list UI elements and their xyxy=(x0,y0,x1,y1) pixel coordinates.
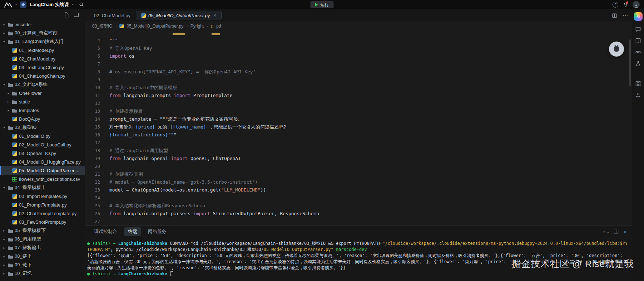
collaborator-avatar[interactable] xyxy=(609,42,624,57)
docs-icon[interactable] xyxy=(635,38,641,44)
file-tree-item[interactable]: ▸ templates xyxy=(0,106,85,115)
file-tree-item[interactable]: 04_ChatLongChain.py xyxy=(0,72,85,80)
code-line[interactable]: 20 xyxy=(85,163,632,170)
twisty-icon: ▸ xyxy=(2,272,6,275)
file-tree-item[interactable]: ▸ static xyxy=(0,97,85,106)
code-line[interactable]: 18# 通过LangChain调用模型 xyxy=(85,147,632,155)
file-tree-item[interactable]: 03_OpenAI_IO.py xyxy=(0,149,85,158)
terminal[interactable]: ● (shims) → LangChain-shizhanke COMMAND=… xyxy=(85,238,632,281)
file-tree-item[interactable]: 02_ModelIO_LoopCall.py xyxy=(0,140,85,149)
code-line[interactable]: 27 xyxy=(85,218,632,225)
new-terminal-button[interactable]: + ▾ xyxy=(603,228,609,235)
file-tree-item[interactable]: ▾ 04_提示模板上 xyxy=(0,183,85,192)
file-tree-item[interactable]: 05_ModelIO_OutputParser.... xyxy=(0,166,85,175)
chevron-down-icon[interactable]: ▾ xyxy=(72,3,74,6)
file-tree-item[interactable]: ▸ 06_调用模型 xyxy=(0,235,85,243)
file-tree-item[interactable]: 02_ChatModel.py xyxy=(0,54,85,63)
search-icon[interactable] xyxy=(79,2,84,7)
file-tree-item[interactable]: 01_ModelIO.py xyxy=(0,132,85,140)
code-line[interactable]: 15对于售价为 {price} 元的 {flower_name} ，您能提供一个… xyxy=(85,123,632,131)
test-flask-icon[interactable] xyxy=(635,60,641,67)
code-line[interactable]: 8# os.environ["OPENAI_API_KEY"] = '你的Ope… xyxy=(85,68,632,76)
code-line[interactable]: 6import os xyxy=(85,52,632,60)
apps-grid-icon[interactable] xyxy=(635,81,641,87)
file-name: 02_文档QA系统 xyxy=(15,81,48,88)
file-tree-item[interactable]: ▾ 01_LangChain快速入门 xyxy=(0,37,85,46)
file-tree-item[interactable]: ▾ 03_模型IO xyxy=(0,123,85,132)
panel-tab-debug-console[interactable]: 调试控制台 xyxy=(90,227,121,236)
editor-tab-chatmodel[interactable]: 02_ChatModel.py xyxy=(89,11,136,20)
file-tree-item[interactable]: ▾ 02_文档QA系统 xyxy=(0,80,85,89)
breadcrumb-file[interactable]: 05_ModelIO_OutputParser.py xyxy=(127,24,183,29)
notifications-bell-icon[interactable] xyxy=(623,2,628,8)
code-line[interactable]: 22# model = OpenAI(model_name='gpt-3.5-t… xyxy=(85,178,632,186)
file-tree-item[interactable]: ▸ .vscode xyxy=(0,20,85,29)
app-logo-icon[interactable] xyxy=(4,2,12,8)
new-file-icon[interactable] xyxy=(64,12,69,18)
file-tree-item[interactable]: ▸ 10_记忆 xyxy=(0,269,85,278)
code-line[interactable]: 23model = ChatOpenAI(model=os.environ.ge… xyxy=(85,186,632,194)
comments-icon[interactable] xyxy=(635,26,641,32)
code-line[interactable]: 17 xyxy=(85,139,632,147)
file-tree-item[interactable]: 02_ChatPromptTemplate.py xyxy=(0,209,85,218)
file-tree-item[interactable]: 03_FewShotPrompt.py xyxy=(0,218,85,226)
code-line[interactable]: 10# 导入LangChain中的提示模板 xyxy=(85,84,632,92)
file-tree-item[interactable]: flowers_with_descriptions.csv xyxy=(0,175,85,183)
file-tree-item[interactable]: 00_ImportTemplates.py xyxy=(0,192,85,200)
help-icon[interactable]: ? xyxy=(613,2,618,8)
preview-eye-icon[interactable] xyxy=(635,49,641,55)
code-line[interactable]: 4""" xyxy=(85,37,632,44)
file-tree-item[interactable]: ▸ 00_开篇词_奇点时刻 xyxy=(0,29,85,37)
twisty-icon: ▸ xyxy=(2,238,6,241)
workspace-title[interactable]: LangChain 实战课 xyxy=(30,1,69,8)
code-line[interactable]: 21# 创建模型实例 xyxy=(85,170,632,178)
close-icon[interactable]: × xyxy=(213,13,216,18)
panel-tab-network[interactable]: 网络服务 xyxy=(144,227,170,236)
split-editor-icon[interactable] xyxy=(612,13,617,18)
file-tree-item[interactable]: ▸ 05_提示模板下 xyxy=(0,226,85,235)
account-icon[interactable] xyxy=(635,92,641,98)
file-tree-item[interactable]: 01_PromptTemplate.py xyxy=(0,200,85,209)
code-line[interactable]: 26from langchain.output_parsers import S… xyxy=(85,210,632,218)
code-line[interactable]: 19from langchain_openai import OpenAI, C… xyxy=(85,155,632,163)
breadcrumb-language-server[interactable]: Pyright xyxy=(190,24,204,29)
file-tree-item[interactable]: ▸ 09_链下 xyxy=(0,261,85,269)
close-panel-icon[interactable]: × xyxy=(624,229,627,235)
breadcrumb-folder[interactable]: 03_模型IO xyxy=(92,23,113,29)
file-tree-item[interactable]: ▸ OneFlower xyxy=(0,89,85,97)
editor-scrollbar[interactable] xyxy=(629,39,631,86)
file-tree-item[interactable]: ▸ 08_链上 xyxy=(0,252,85,261)
chevron-down-icon[interactable]: ▾ xyxy=(15,3,17,6)
code-line[interactable]: 7 xyxy=(85,60,632,68)
code-line[interactable]: 16{format_instructions}""" xyxy=(85,131,632,139)
code-line[interactable]: 9 xyxy=(85,76,632,84)
python-file-icon xyxy=(119,24,124,28)
code-line[interactable]: 12 xyxy=(85,100,632,107)
code-line[interactable]: 24 xyxy=(85,194,632,202)
code-line[interactable]: 11from langchain.prompts import PromptTe… xyxy=(85,92,632,100)
editor-tab-outputparser[interactable]: 05_ModelIO_OutputParser.py × xyxy=(136,11,222,20)
file-name: static xyxy=(19,99,30,105)
ai-assistant-icon[interactable]: AI xyxy=(634,12,643,21)
file-tree-item[interactable]: DocQA.py xyxy=(0,115,85,123)
editor-tab-bar: 02_ChatModel.py 05_ModelIO_OutputParser.… xyxy=(85,9,632,21)
code-line[interactable]: 5# 导入OpenAI Key xyxy=(85,44,632,52)
run-button[interactable]: 运行 xyxy=(311,1,334,8)
more-actions-icon[interactable]: ⋯ xyxy=(623,12,628,19)
code-line[interactable]: 13# 创建提示模板 xyxy=(85,107,632,115)
open-panel-icon[interactable] xyxy=(74,12,79,18)
breadcrumb-symbol[interactable]: pd xyxy=(216,24,221,29)
code-line[interactable]: 25# 导入结构化输出解析器和ResponseSchema xyxy=(85,202,632,210)
code-editor[interactable]: 4"""5# 导入OpenAI Key6import os78# os.envi… xyxy=(85,31,632,225)
file-tree-item[interactable]: 04_ModelIO_HuggingFace.py xyxy=(0,158,85,166)
file-tree-item[interactable]: 03_TextLangChain.py xyxy=(0,63,85,72)
workspace-icon[interactable] xyxy=(20,1,26,8)
panel-tab-terminal[interactable]: 终端 xyxy=(124,227,141,236)
code-line[interactable]: 14prompt_template = """您是一位专业的鲜花店文案撰写员。 xyxy=(85,115,632,123)
file-tree-item[interactable]: ▸ 07_解析输出 xyxy=(0,243,85,252)
line-number: 8 xyxy=(85,68,100,76)
user-avatar[interactable] xyxy=(633,1,640,8)
split-terminal-icon[interactable] xyxy=(614,229,619,234)
file-tree-item[interactable]: 01_TextModel.py xyxy=(0,46,85,54)
folder-icon xyxy=(12,109,17,113)
